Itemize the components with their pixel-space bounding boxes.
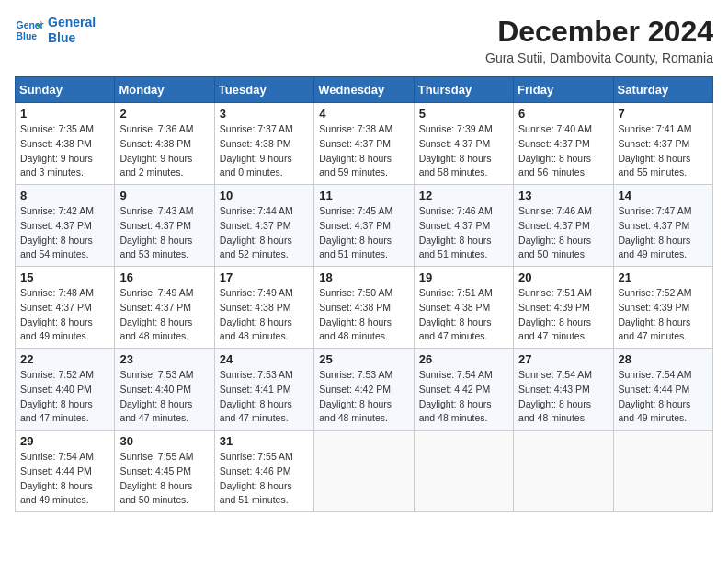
day-info-31: Sunrise: 7:55 AMSunset: 4:46 PMDaylight:… [220,450,309,508]
day-number-10: 10 [220,189,309,202]
day-info-2: Sunrise: 7:36 AMSunset: 4:38 PMDaylight:… [119,122,209,180]
day-info-18: Sunrise: 7:50 AMSunset: 4:38 PMDaylight:… [319,286,408,344]
week-row-3: 15Sunrise: 7:48 AMSunset: 4:37 PMDayligh… [16,267,713,349]
day-cell-12: 12Sunrise: 7:46 AMSunset: 4:37 PMDayligh… [414,185,513,267]
day-info-15: Sunrise: 7:48 AMSunset: 4:37 PMDaylight:… [20,286,109,344]
day-cell-2: 2Sunrise: 7:36 AMSunset: 4:38 PMDaylight… [115,103,214,185]
weekday-header-tuesday: Tuesday [214,77,313,103]
day-info-28: Sunrise: 7:54 AMSunset: 4:44 PMDaylight:… [619,368,708,426]
day-cell-11: 11Sunrise: 7:45 AMSunset: 4:37 PMDayligh… [314,185,414,267]
weekday-header-monday: Monday [115,77,214,103]
day-info-19: Sunrise: 7:51 AMSunset: 4:38 PMDaylight:… [419,286,508,344]
day-cell-14: 14Sunrise: 7:47 AMSunset: 4:37 PMDayligh… [613,185,712,267]
week-row-5: 29Sunrise: 7:54 AMSunset: 4:44 PMDayligh… [16,431,713,512]
day-number-23: 23 [119,352,209,366]
day-number-30: 30 [119,434,209,448]
day-info-8: Sunrise: 7:42 AMSunset: 4:37 PMDaylight:… [20,204,109,262]
day-number-6: 6 [518,107,608,121]
day-number-21: 21 [619,270,708,284]
day-number-28: 28 [619,352,708,366]
day-info-3: Sunrise: 7:37 AMSunset: 4:38 PMDaylight:… [220,122,309,180]
day-cell-24: 24Sunrise: 7:53 AMSunset: 4:41 PMDayligh… [214,349,313,431]
day-cell-28: 28Sunrise: 7:54 AMSunset: 4:44 PMDayligh… [613,349,712,431]
day-info-16: Sunrise: 7:49 AMSunset: 4:37 PMDaylight:… [119,286,209,344]
day-number-20: 20 [518,270,608,284]
empty-cell [514,431,613,512]
week-row-4: 22Sunrise: 7:52 AMSunset: 4:40 PMDayligh… [16,349,713,431]
day-cell-20: 20Sunrise: 7:51 AMSunset: 4:39 PMDayligh… [514,267,613,349]
weekday-header-thursday: Thursday [414,77,513,103]
day-number-4: 4 [319,107,408,121]
day-number-5: 5 [419,107,508,121]
day-cell-17: 17Sunrise: 7:49 AMSunset: 4:38 PMDayligh… [214,267,313,349]
day-number-22: 22 [20,352,109,366]
day-cell-18: 18Sunrise: 7:50 AMSunset: 4:38 PMDayligh… [314,267,414,349]
day-number-9: 9 [119,189,209,202]
day-number-18: 18 [319,270,408,284]
day-info-17: Sunrise: 7:49 AMSunset: 4:38 PMDaylight:… [220,286,309,344]
weekday-header-friday: Friday [514,77,613,103]
day-cell-26: 26Sunrise: 7:54 AMSunset: 4:42 PMDayligh… [414,349,513,431]
weekday-header-row: SundayMondayTuesdayWednesdayThursdayFrid… [16,77,713,103]
day-info-5: Sunrise: 7:39 AMSunset: 4:37 PMDaylight:… [419,122,508,180]
day-cell-30: 30Sunrise: 7:55 AMSunset: 4:45 PMDayligh… [115,431,214,512]
calendar-table: SundayMondayTuesdayWednesdayThursdayFrid… [15,76,713,512]
svg-text:General: General [17,20,44,30]
day-number-24: 24 [220,352,309,366]
day-info-10: Sunrise: 7:44 AMSunset: 4:37 PMDaylight:… [220,204,309,262]
day-info-6: Sunrise: 7:40 AMSunset: 4:37 PMDaylight:… [518,122,608,180]
day-cell-1: 1Sunrise: 7:35 AMSunset: 4:38 PMDaylight… [16,103,115,185]
day-info-27: Sunrise: 7:54 AMSunset: 4:43 PMDaylight:… [518,368,608,426]
day-number-14: 14 [619,189,708,202]
logo-icon: General Blue [15,16,44,45]
day-number-1: 1 [20,107,109,121]
day-number-8: 8 [20,189,109,202]
day-number-11: 11 [319,189,408,202]
day-number-17: 17 [220,270,309,284]
page-header: General Blue GeneralBlue December 2024 G… [15,15,713,65]
logo: General Blue GeneralBlue [15,15,96,46]
day-info-4: Sunrise: 7:38 AMSunset: 4:37 PMDaylight:… [319,122,408,180]
day-number-27: 27 [518,352,608,366]
day-cell-22: 22Sunrise: 7:52 AMSunset: 4:40 PMDayligh… [16,349,115,431]
day-cell-6: 6Sunrise: 7:40 AMSunset: 4:37 PMDaylight… [514,103,613,185]
day-number-16: 16 [119,270,209,284]
day-number-29: 29 [20,434,109,448]
day-cell-25: 25Sunrise: 7:53 AMSunset: 4:42 PMDayligh… [314,349,414,431]
week-row-1: 1Sunrise: 7:35 AMSunset: 4:38 PMDaylight… [16,103,713,185]
day-cell-27: 27Sunrise: 7:54 AMSunset: 4:43 PMDayligh… [514,349,613,431]
day-number-12: 12 [419,189,508,202]
calendar-title: December 2024 [485,15,713,49]
calendar-body: 1Sunrise: 7:35 AMSunset: 4:38 PMDaylight… [16,103,713,512]
day-cell-5: 5Sunrise: 7:39 AMSunset: 4:37 PMDaylight… [414,103,513,185]
day-number-26: 26 [419,352,508,366]
svg-text:Blue: Blue [17,30,38,40]
day-info-20: Sunrise: 7:51 AMSunset: 4:39 PMDaylight:… [518,286,608,344]
day-cell-19: 19Sunrise: 7:51 AMSunset: 4:38 PMDayligh… [414,267,513,349]
day-cell-21: 21Sunrise: 7:52 AMSunset: 4:39 PMDayligh… [613,267,712,349]
weekday-header-wednesday: Wednesday [314,77,414,103]
day-info-11: Sunrise: 7:45 AMSunset: 4:37 PMDaylight:… [319,204,408,262]
empty-cell [613,431,712,512]
day-info-30: Sunrise: 7:55 AMSunset: 4:45 PMDaylight:… [119,450,209,508]
day-number-2: 2 [119,107,209,121]
day-info-22: Sunrise: 7:52 AMSunset: 4:40 PMDaylight:… [20,368,109,426]
day-info-23: Sunrise: 7:53 AMSunset: 4:40 PMDaylight:… [119,368,209,426]
day-info-14: Sunrise: 7:47 AMSunset: 4:37 PMDaylight:… [619,204,708,262]
day-info-12: Sunrise: 7:46 AMSunset: 4:37 PMDaylight:… [419,204,508,262]
day-info-26: Sunrise: 7:54 AMSunset: 4:42 PMDaylight:… [419,368,508,426]
day-cell-10: 10Sunrise: 7:44 AMSunset: 4:37 PMDayligh… [214,185,313,267]
day-cell-8: 8Sunrise: 7:42 AMSunset: 4:37 PMDaylight… [16,185,115,267]
empty-cell [314,431,414,512]
day-cell-15: 15Sunrise: 7:48 AMSunset: 4:37 PMDayligh… [16,267,115,349]
day-number-3: 3 [220,107,309,121]
day-info-1: Sunrise: 7:35 AMSunset: 4:38 PMDaylight:… [20,122,109,180]
day-number-19: 19 [419,270,508,284]
day-cell-3: 3Sunrise: 7:37 AMSunset: 4:38 PMDaylight… [214,103,313,185]
weekday-header-sunday: Sunday [16,77,115,103]
day-cell-7: 7Sunrise: 7:41 AMSunset: 4:37 PMDaylight… [613,103,712,185]
day-cell-29: 29Sunrise: 7:54 AMSunset: 4:44 PMDayligh… [16,431,115,512]
day-number-13: 13 [518,189,608,202]
day-cell-31: 31Sunrise: 7:55 AMSunset: 4:46 PMDayligh… [214,431,313,512]
title-block: December 2024 Gura Sutii, Dambovita Coun… [485,15,713,65]
